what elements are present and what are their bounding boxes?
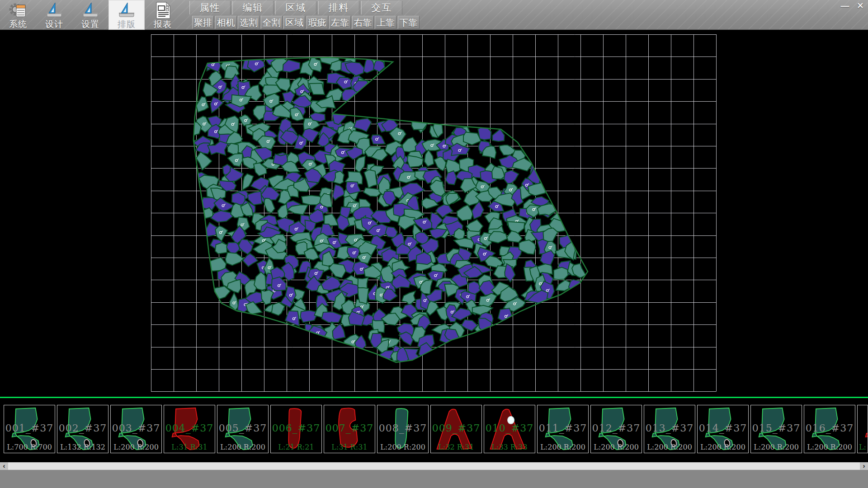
part-id-label: 005_#37 <box>217 422 268 434</box>
close-button[interactable]: ✕ <box>854 0 867 11</box>
part-lr-count-label: L: <box>858 443 868 451</box>
part-id-label: 013_#37 <box>644 422 695 434</box>
part-lr-count-label: L:200 R:200 <box>644 443 695 451</box>
action-button-全割[interactable]: 全割 <box>261 16 283 29</box>
menu-tab-区域[interactable]: 区域 <box>275 1 316 14</box>
mode-button-label: 设计 <box>36 19 72 29</box>
part-thumbnail-006_#37[interactable]: 006_#37L:21 R:21 <box>270 405 322 453</box>
menu-tab-交互[interactable]: 交互 <box>361 1 402 14</box>
action-button-上靠[interactable]: 上靠 <box>375 16 396 29</box>
part-lr-count-label: L:200 R:200 <box>111 443 161 451</box>
part-id-label: 003_#37 <box>111 422 161 434</box>
main-toolbar: 系统设计设置排版报表 属性编辑区域排料交互 聚排相机选割全割区域瑕疵左靠右靠上靠… <box>0 0 868 30</box>
part-id-label: 008_#37 <box>377 422 428 434</box>
part-id-label: 016_#37 <box>804 422 855 434</box>
mode-button-设置[interactable]: 设置 <box>72 0 108 30</box>
nesting-ruler-icon <box>108 1 145 19</box>
mode-button-label: 设置 <box>72 19 108 29</box>
part-lr-count-label: L:700 R:700 <box>4 443 55 451</box>
part-lr-count-label: L:200 R:200 <box>377 443 428 451</box>
part-thumbnail-014_#37[interactable]: 014_#37L:200 R:200 <box>697 405 749 453</box>
action-button-右靠[interactable]: 右靠 <box>352 16 374 29</box>
part-thumbnail-012_#37[interactable]: 012_#37L:200 R:200 <box>590 405 642 453</box>
part-lr-count-label: L:200 R:200 <box>538 443 588 451</box>
part-id-label: 001_#37 <box>4 422 55 434</box>
report-doc-icon <box>145 1 181 19</box>
part-id-label: 014_#37 <box>698 422 748 434</box>
action-button-选割[interactable]: 选割 <box>238 16 259 29</box>
part-thumbnail-013_#37[interactable]: 013_#37L:200 R:200 <box>644 405 695 453</box>
part-thumbnail-003_#37[interactable]: 003_#37L:200 R:200 <box>110 405 162 453</box>
part-lr-count-label: L:132 R:132 <box>57 443 108 451</box>
mode-button-报表[interactable]: 报表 <box>145 0 181 30</box>
part-id-label: 011_#37 <box>538 422 588 434</box>
part-lr-count-label: L:31 R:31 <box>164 443 215 451</box>
settings-ruler-icon <box>72 1 108 19</box>
scroll-right-arrow-icon[interactable]: › <box>860 462 868 470</box>
action-button-聚排[interactable]: 聚排 <box>192 16 214 29</box>
part-thumbnail-008_#37[interactable]: 008_#37L:200 R:200 <box>377 405 429 453</box>
part-lr-count-label: L:200 R:200 <box>751 443 802 451</box>
part-lr-count-label: L:200 R:200 <box>804 443 855 451</box>
part-lr-count-label: L:32 R:31 <box>431 443 481 451</box>
part-lr-count-label: L:200 R:200 <box>217 443 268 451</box>
mode-button-label: 系统 <box>0 19 36 29</box>
part-thumbnail-partial[interactable]: L: <box>857 405 868 453</box>
menu-tab-编辑[interactable]: 编辑 <box>232 1 274 14</box>
scrollbar-thumb[interactable] <box>8 463 860 469</box>
menu-tab-排料[interactable]: 排料 <box>318 1 359 14</box>
horizontal-scrollbar[interactable]: ‹ › <box>0 462 868 470</box>
part-thumbnail-009_#37[interactable]: 009_#37L:32 R:31 <box>430 405 482 453</box>
menu-tab-属性[interactable]: 属性 <box>189 1 231 14</box>
part-thumbnail-002_#37[interactable]: 002_#37L:132 R:132 <box>57 405 108 453</box>
action-button-下靠[interactable]: 下靠 <box>398 16 420 29</box>
part-thumbnail-007_#37[interactable]: 007_#37L:31 R:31 <box>324 405 375 453</box>
part-id-label: 004_#37 <box>164 422 215 434</box>
part-id-label: 006_#37 <box>271 422 321 434</box>
part-thumbnail-005_#37[interactable]: 005_#37L:200 R:200 <box>217 405 269 453</box>
action-button-瑕疵[interactable]: 瑕疵 <box>307 16 328 29</box>
part-thumbnail-004_#37[interactable]: 004_#37L:31 R:31 <box>164 405 215 453</box>
design-ruler-icon <box>36 1 72 19</box>
strip-accent-line <box>0 397 868 398</box>
action-button-区域[interactable]: 区域 <box>283 16 305 29</box>
part-id-label: 002_#37 <box>57 422 108 434</box>
action-button-左靠[interactable]: 左靠 <box>329 16 351 29</box>
system-gear-icon <box>0 1 36 19</box>
part-id-label: 015_#37 <box>751 422 802 434</box>
part-lr-count-label: L:200 R:200 <box>591 443 642 451</box>
mode-button-label: 排版 <box>108 19 145 29</box>
mode-button-设计[interactable]: 设计 <box>36 0 72 30</box>
part-thumbnail-015_#37[interactable]: 015_#37L:200 R:200 <box>750 405 802 453</box>
mode-button-系统[interactable]: 系统 <box>0 0 36 30</box>
mode-button-label: 报表 <box>145 19 181 29</box>
part-id-label: 009_#37 <box>431 422 481 434</box>
part-lr-count-label: L:200 R:200 <box>698 443 748 451</box>
scroll-left-arrow-icon[interactable]: ‹ <box>0 462 8 470</box>
footer-bar <box>0 470 868 488</box>
part-thumbnail-016_#37[interactable]: 016_#37L:200 R:200 <box>804 405 855 453</box>
part-id-label: 012_#37 <box>591 422 642 434</box>
action-button-相机[interactable]: 相机 <box>215 16 237 29</box>
part-thumbnail-strip: 001_#37L:700 R:700002_#37L:132 R:132003_… <box>0 396 868 462</box>
part-id-label: 007_#37 <box>324 422 375 434</box>
part-thumbnail-001_#37[interactable]: 001_#37L:700 R:700 <box>4 405 55 453</box>
part-lr-count-label: L:33 R:33 <box>484 443 535 451</box>
part-lr-count-label: L:31 R:31 <box>324 443 375 451</box>
minimize-button[interactable]: — <box>836 0 854 11</box>
part-id-label: 010_#37 <box>484 422 535 434</box>
mode-button-排版[interactable]: 排版 <box>108 0 145 30</box>
part-thumbnail-010_#37[interactable]: 010_#37L:33 R:33 <box>484 405 535 453</box>
part-thumbnail-011_#37[interactable]: 011_#37L:200 R:200 <box>537 405 589 453</box>
nesting-canvas[interactable] <box>0 30 868 396</box>
part-lr-count-label: L:21 R:21 <box>271 443 321 451</box>
